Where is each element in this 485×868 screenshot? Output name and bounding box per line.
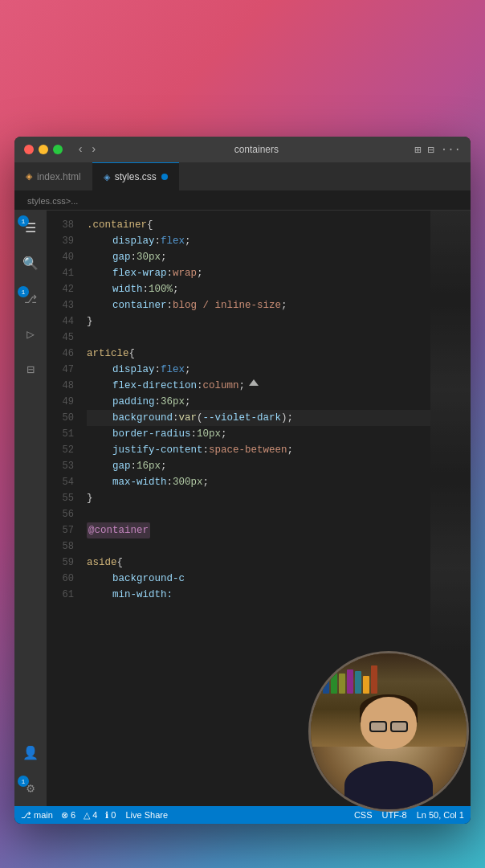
language-mode[interactable]: CSS <box>354 810 373 820</box>
code-line-51: border-radius : 10px ; <box>87 426 430 442</box>
bookshelf <box>315 661 463 694</box>
nav-forward-button[interactable]: › <box>88 143 98 156</box>
code-line-59: aside { <box>87 555 430 571</box>
code-line-44: } <box>87 313 430 330</box>
book-3 <box>331 665 337 694</box>
traffic-lights <box>24 145 63 154</box>
live-share-button[interactable]: Live Share <box>125 810 168 820</box>
text-cursor-indicator <box>248 378 259 394</box>
title-search[interactable]: containers <box>105 144 408 155</box>
status-right: CSS UTF-8 Ln 50, Col 1 <box>354 810 464 820</box>
code-line-53: gap : 16px ; <box>87 458 430 474</box>
account-icon[interactable]: 👤 <box>19 742 42 764</box>
webcam-overlay <box>308 651 469 812</box>
code-line-39: display : flex ; <box>87 233 430 249</box>
source-control-badge: 1 <box>18 286 29 297</box>
code-line-47: display : flex ; <box>87 362 430 378</box>
breadcrumb: styles.css > ... <box>14 191 471 211</box>
book-8 <box>371 665 377 694</box>
book-2 <box>323 671 329 694</box>
tab-styles-css[interactable]: ◈ styles.css <box>92 162 179 190</box>
split-editor-icon[interactable]: ⊞ <box>414 143 421 157</box>
close-button[interactable] <box>24 145 34 154</box>
code-line-60: background-c <box>87 571 430 587</box>
code-line-46: article { <box>87 346 430 362</box>
tab-label: styles.css <box>115 171 157 182</box>
line-col[interactable]: Ln 50, Col 1 <box>417 810 464 820</box>
title-bar-icons: ⊞ ⊟ ··· <box>414 143 461 157</box>
warning-count[interactable]: △ 4 <box>84 810 97 821</box>
settings-icon[interactable]: 1 ⚙ <box>19 777 42 800</box>
info-count[interactable]: ℹ 0 <box>105 810 116 821</box>
activity-bar: 1 ☰ 🔍 1 ⎇ ▷ ⊟ 👤 1 ⚙ <box>14 211 47 806</box>
person-silhouette <box>332 697 445 809</box>
tab-bar: ◈ index.html ◈ styles.css <box>14 162 471 191</box>
tab-index-html[interactable]: ◈ index.html <box>14 162 92 190</box>
error-count[interactable]: ⊗ 6 <box>61 810 75 821</box>
code-line-41: flex-wrap : wrap ; <box>87 265 430 281</box>
code-line-55: } <box>87 490 430 506</box>
css-file-icon: ◈ <box>104 172 110 182</box>
book-6 <box>355 671 361 694</box>
search-icon[interactable]: 🔍 <box>19 252 42 275</box>
book-7 <box>363 676 369 694</box>
glasses-left <box>369 721 387 732</box>
glasses-right <box>390 721 408 732</box>
settings-badge: 1 <box>18 776 29 787</box>
nav-back-button[interactable]: ‹ <box>75 143 85 156</box>
person-glasses <box>369 721 408 732</box>
more-actions-icon[interactable]: ··· <box>441 143 461 157</box>
maximize-button[interactable] <box>53 145 63 154</box>
code-line-56 <box>87 506 430 522</box>
code-line-40: gap : 30px ; <box>87 249 430 265</box>
breadcrumb-path[interactable]: ... <box>71 196 78 206</box>
webcam-video <box>311 653 467 809</box>
code-line-58 <box>87 538 430 555</box>
minimize-button[interactable] <box>39 145 48 154</box>
breadcrumb-file[interactable]: styles.css <box>27 196 66 206</box>
code-line-48: flex-direction : column ; <box>87 378 430 394</box>
code-line-45 <box>87 330 430 346</box>
status-left: ⎇ main ⊗ 6 △ 4 ℹ 0 <box>21 810 116 821</box>
code-line-54: max-width : 300px ; <box>87 474 430 490</box>
code-line-50: background : var ( --violet-dark ); <box>87 410 430 426</box>
extensions-icon[interactable]: ⊟ <box>19 358 42 381</box>
source-control-icon[interactable]: 1 ⎇ <box>19 288 42 310</box>
code-line-49: padding : 36px ; <box>87 394 430 410</box>
code-line-57: @container <box>87 522 430 538</box>
person-head <box>361 697 417 749</box>
code-line-61: min-width: <box>87 587 430 603</box>
tab-modified-indicator <box>161 174 168 180</box>
line-numbers: 38 39 40 41 42 43 44 45 46 47 48 49 50 5… <box>47 211 80 806</box>
code-line-43: container : blog / inline-size ; <box>87 297 430 313</box>
book-1 <box>315 668 321 694</box>
files-icon[interactable]: 1 ☰ <box>19 217 42 240</box>
layout-icon[interactable]: ⊟ <box>427 143 434 157</box>
html-file-icon: ◈ <box>26 171 32 182</box>
book-5 <box>347 669 353 694</box>
tab-label: index.html <box>37 171 81 182</box>
code-line-52: justify-content : space-between ; <box>87 442 430 458</box>
code-line-42: width : 100% ; <box>87 281 430 297</box>
book-4 <box>339 674 345 694</box>
git-branch[interactable]: ⎇ main <box>21 810 53 821</box>
files-badge: 1 <box>18 215 29 227</box>
code-line-38: .container { <box>87 217 430 233</box>
person-shoulders <box>344 761 433 809</box>
title-bar: ‹ › containers ⊞ ⊟ ··· <box>14 137 471 162</box>
run-icon[interactable]: ▷ <box>19 323 42 346</box>
nav-buttons: ‹ › <box>75 143 99 156</box>
